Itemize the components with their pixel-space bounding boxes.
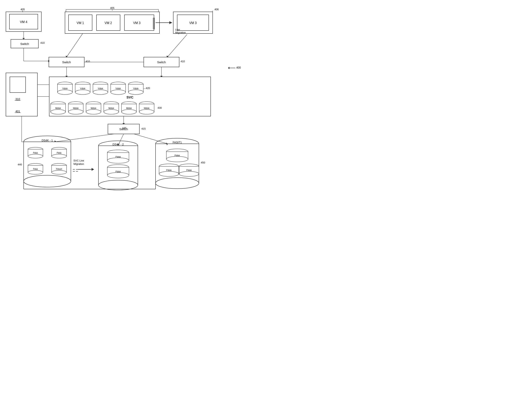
svg-point-55 [68, 109, 83, 114]
svg-point-61 [104, 109, 119, 114]
mdisk6-label: Mdisk [144, 107, 150, 109]
vm3-dst-label: VM 3 [189, 21, 196, 25]
num-445: 445 [122, 127, 127, 130]
pdisk-ds4k2-bot-label: Pdisk [116, 170, 121, 173]
fast1-label: FAStT1 [173, 141, 182, 144]
vm4-label: VM 4 [20, 20, 27, 24]
vm3-src-label: VM 3 [133, 21, 140, 25]
svg-point-120 [159, 171, 179, 177]
ref-310: 310 [15, 97, 20, 101]
num-410-b: 410 [86, 60, 90, 63]
num-410-a: 410 [40, 41, 45, 44]
num-430: 430 [158, 106, 162, 109]
svg-rect-76 [10, 77, 25, 93]
mdisk4-label: Mdisk [108, 107, 114, 109]
pdisk1-label: Pdisk [33, 152, 38, 154]
num-400: 400 [236, 66, 241, 69]
mdisk5-label: Mdisk [126, 107, 132, 109]
num-420: 420 [146, 87, 150, 90]
switch-mid-left-label: Switch [62, 60, 71, 64]
mdisk2-label: Mdisk [73, 107, 79, 109]
mdisk1-label: Mdisk [55, 107, 61, 109]
svg-point-42 [93, 90, 108, 95]
svg-point-114 [156, 178, 199, 189]
switch-mid-right-label: Switch [157, 60, 166, 64]
svg-point-64 [121, 109, 136, 114]
num-405-left: 405 [20, 8, 25, 11]
live-migration-label: Live [175, 28, 180, 31]
svg-point-89 [51, 154, 67, 158]
ds4k1-label: DS4K - 1 [42, 139, 53, 142]
vdisk5-label: Vdisk [133, 87, 139, 90]
svg-text:Migration: Migration [175, 31, 186, 34]
pdisk-fast1-bot-right-label: Pdisk [186, 169, 192, 171]
pdisk3-label: Pdisk [33, 168, 38, 170]
svg-point-58 [86, 109, 101, 114]
num-450: 450 [201, 161, 205, 164]
num-440: 440 [18, 163, 22, 166]
svg-point-86 [28, 154, 43, 158]
svg-point-52 [51, 109, 66, 114]
num-406: 406 [215, 8, 219, 11]
svc-live-migration-label: SVC Live [73, 159, 84, 162]
svg-point-36 [57, 90, 72, 95]
svg-point-111 [107, 172, 129, 178]
pdiskx-label: PdiskX [56, 168, 62, 170]
num-405-mid: 405 [110, 6, 114, 9]
svg-point-108 [107, 158, 129, 163]
svg-point-105 [98, 180, 138, 190]
svg-point-92 [28, 170, 43, 174]
diagram-svg: VM 4 405 VM 1 VM 2 VM 3 405 VM 3 406 Liv… [0, 0, 266, 200]
svg-point-123 [179, 171, 199, 177]
vm1-label: VM 1 [76, 21, 84, 25]
svg-point-67 [139, 109, 154, 114]
svg-point-117 [166, 156, 188, 162]
svg-point-48 [128, 90, 143, 95]
num-415: 415 [141, 127, 146, 130]
mdisk3-label: Mdisk [91, 107, 96, 109]
vm2-label: VM 2 [105, 21, 112, 25]
switch-top-left-label: Switch [20, 42, 29, 45]
diagram: VM 4 405 VM 1 VM 2 VM 3 405 VM 3 406 Liv… [0, 0, 266, 200]
svg-point-95 [51, 170, 67, 174]
vdisk4-label: Vdisk [116, 87, 121, 90]
pdisk-ds4k2-top-label: Pdisk [116, 156, 121, 158]
pdisk-fast1-bot-left-label: Pdisk [166, 169, 172, 171]
num-410-c: 410 [181, 60, 185, 63]
vdisk3-label: Vdisk [98, 87, 103, 90]
svg-point-45 [111, 90, 126, 95]
svg-point-39 [75, 90, 90, 95]
pdisk-fast1-top-label: Pdisk [175, 154, 180, 157]
vdisk2-label: Vdisk [80, 87, 85, 90]
pdisk2-label: Pdisk [57, 152, 62, 154]
ref-401: 401 [15, 110, 20, 113]
svg-text:Migration: Migration [73, 163, 84, 165]
svg-point-83 [24, 175, 71, 187]
svc-label: SVC [127, 95, 133, 99]
vdisk1-label: Vdisk [63, 87, 68, 90]
